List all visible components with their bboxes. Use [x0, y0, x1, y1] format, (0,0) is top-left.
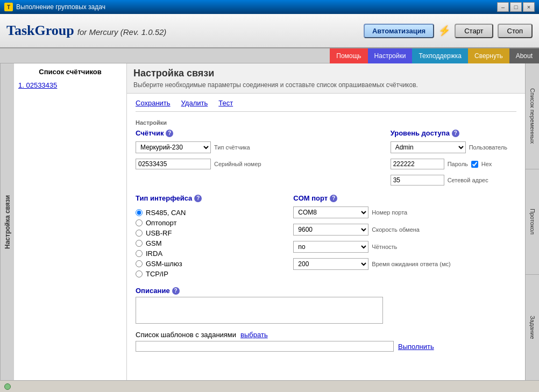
access-user-label: Пользователь — [469, 144, 507, 151]
execute-link[interactable]: Выполнить — [398, 343, 434, 351]
right-tabs: Список переменных Протокол Задание — [525, 63, 539, 380]
menu-about[interactable]: About — [509, 48, 539, 63]
interface-help-icon[interactable]: ? — [194, 195, 202, 202]
baud-rate-select[interactable]: 9600 — [293, 224, 368, 236]
timeout-label: Время ожидания ответа (мс) — [372, 261, 450, 267]
content-wrapper: Настройка связи Выберите необходимые пар… — [127, 63, 525, 380]
baud-rate-label: Скорость обмена — [372, 226, 420, 233]
com-port-label: Номер порта — [372, 209, 407, 216]
meter-serial-label: Серийный номер — [214, 161, 261, 167]
network-address-input[interactable] — [391, 175, 444, 186]
parity-row: no Чётность — [293, 241, 450, 253]
meter-serial-row: Серийный номер — [136, 159, 261, 169]
settings-section-title: Настройки — [136, 119, 516, 126]
com-group: COM порт ? COM8 Номер порта 9600 — [293, 194, 450, 270]
description-label: Описание ? — [136, 287, 516, 295]
access-label: Уровень доступа ? — [391, 129, 507, 137]
header: TaskGroup for Mercury (Rev. 1.0.52) Авто… — [0, 14, 539, 48]
interface-radio-group: RS485, CAN Оптопорт USB-RF GSM IRDA GSM-… — [136, 209, 202, 278]
radio-gsm-shlyuz[interactable]: GSM-шлюз — [136, 260, 202, 268]
status-bar — [0, 380, 539, 392]
radio-rs485[interactable]: RS485, CAN — [136, 209, 202, 217]
form-section-interface: Тип интерфейса ? RS485, CAN Оптопорт USB… — [136, 194, 516, 278]
right-tab-variables[interactable]: Список переменных — [526, 63, 539, 169]
page-title: Настройка связи — [133, 68, 519, 79]
menu-pomosh[interactable]: Помощь — [330, 48, 367, 63]
timeout-select[interactable]: 200 — [293, 258, 368, 270]
maximize-button[interactable]: □ — [510, 2, 522, 12]
settings-panel: Сохранить Удалить Тест Настройки Счётчик… — [127, 94, 525, 380]
radio-gsm[interactable]: GSM — [136, 239, 202, 247]
templates-input[interactable] — [136, 341, 394, 352]
logo-taskgroup: TaskGroup — [6, 23, 74, 39]
templates-label: Список шаблонов с заданиями — [136, 331, 236, 339]
menu-techpodderzhka[interactable]: Техподдержка — [412, 48, 468, 63]
right-tab-protocol[interactable]: Протокол — [526, 169, 539, 275]
com-port-select[interactable]: COM8 — [293, 206, 368, 218]
interface-label: Тип интерфейса ? — [136, 194, 202, 202]
com-help-icon[interactable]: ? — [330, 195, 337, 202]
meter-help-icon[interactable]: ? — [166, 130, 173, 137]
action-links: Сохранить Удалить Тест — [136, 99, 516, 112]
test-link[interactable]: Тест — [218, 99, 233, 107]
access-help-icon[interactable]: ? — [452, 130, 459, 137]
automation-button[interactable]: Автоматизация — [364, 24, 434, 38]
meter-type-select[interactable]: Меркурий-230 — [136, 141, 211, 153]
templates-select-link[interactable]: выбрать — [240, 331, 268, 339]
password-input[interactable] — [391, 159, 444, 169]
radio-irda[interactable]: IRDA — [136, 250, 202, 258]
templates-row: Список шаблонов с заданиями выбрать — [136, 331, 516, 339]
access-group: Уровень доступа ? Admin Пользователь Пар… — [391, 129, 507, 186]
interface-group: Тип интерфейса ? RS485, CAN Оптопорт USB… — [136, 194, 202, 278]
logo-area: TaskGroup for Mercury (Rev. 1.0.52) — [6, 23, 166, 39]
description-help-icon[interactable]: ? — [172, 287, 180, 295]
menu-nastroyki[interactable]: Настройки — [368, 48, 413, 63]
password-label: Пароль — [448, 161, 468, 167]
title-bar-buttons[interactable]: – □ × — [497, 2, 535, 12]
timeout-row: 200 Время ожидания ответа (мс) — [293, 258, 450, 270]
hex-checkbox[interactable] — [471, 161, 478, 168]
content-area: Список счётчиков 1. 02533435 Настройка с… — [14, 63, 539, 380]
lightning-icon: ⚡ — [438, 25, 450, 37]
meter-group: Счётчик ? Меркурий-230 Тип счётчика Сери… — [136, 129, 261, 186]
radio-optport[interactable]: Оптопорт — [136, 219, 202, 227]
title-bar: T Выполнение групповых задач – □ × — [0, 0, 539, 14]
save-link[interactable]: Сохранить — [136, 99, 171, 107]
page-title-area: Настройка связи Выберите необходимые пар… — [127, 63, 525, 94]
meter-label: Счётчик ? — [136, 129, 261, 137]
delete-link[interactable]: Удалить — [181, 99, 208, 107]
com-port-row: COM8 Номер порта — [293, 206, 450, 218]
start-button[interactable]: Старт — [455, 24, 493, 38]
access-level-select[interactable]: Admin — [391, 141, 466, 153]
form-section-meter: Счётчик ? Меркурий-230 Тип счётчика Сери… — [136, 129, 516, 186]
meter-serial-input[interactable] — [136, 159, 211, 169]
radio-tcpip[interactable]: TCP/IP — [136, 270, 202, 278]
stop-button[interactable]: Стоп — [498, 24, 533, 38]
page-subtitle: Выберите необходимые параметры соединени… — [133, 81, 519, 89]
menu-svernut[interactable]: Свернуть — [468, 48, 509, 63]
right-tab-task[interactable]: Задание — [526, 275, 539, 380]
network-address-row: Сетевой адрес — [391, 175, 507, 186]
description-area: Описание ? — [136, 287, 516, 325]
meter-list-item[interactable]: 1. 02533435 — [18, 80, 122, 90]
meter-list-title: Список счётчиков — [18, 68, 122, 76]
radio-usb-rf[interactable]: USB-RF — [136, 229, 202, 237]
access-level-row: Admin Пользователь — [391, 141, 507, 153]
password-row: Пароль Hex — [391, 159, 507, 169]
main-layout: Настройка связи Список счётчиков 1. 0253… — [0, 63, 539, 380]
network-address-label: Сетевой адрес — [448, 177, 488, 183]
minimize-button[interactable]: – — [497, 2, 509, 12]
baud-rate-row: 9600 Скорость обмена — [293, 224, 450, 236]
description-textarea[interactable] — [136, 297, 383, 324]
templates-input-row: Выполнить — [136, 341, 516, 352]
close-button[interactable]: × — [523, 2, 535, 12]
status-indicator — [4, 383, 11, 390]
app-icon: T — [4, 3, 13, 11]
title-bar-left: T Выполнение групповых задач — [4, 3, 105, 11]
hex-label: Hex — [481, 161, 492, 167]
meter-type-label: Тип счётчика — [214, 144, 250, 151]
parity-label: Чётность — [372, 244, 397, 250]
left-tab-nastroyka[interactable]: Настройка связи — [0, 63, 14, 380]
parity-select[interactable]: no — [293, 241, 368, 253]
meter-list-panel: Список счётчиков 1. 02533435 — [14, 63, 127, 380]
